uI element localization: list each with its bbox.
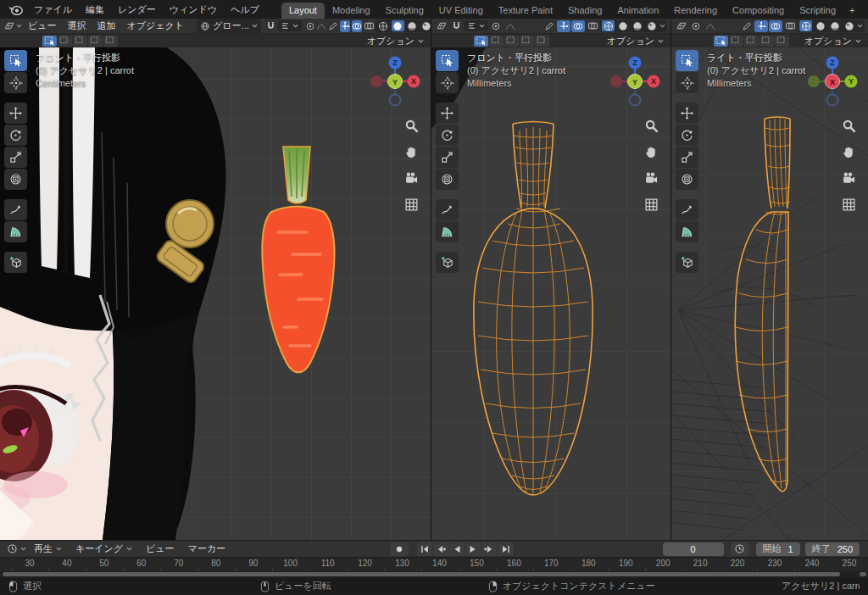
snap-magnet-icon[interactable]	[449, 20, 463, 32]
tool-scale[interactable]	[4, 147, 27, 168]
proportional-falloff-icon[interactable]	[316, 20, 326, 32]
tab-sculpting[interactable]: Sculpting	[378, 3, 431, 19]
frame-end-field[interactable]: 終了 250	[805, 542, 860, 556]
annotate-dropdown-icon[interactable]	[328, 20, 338, 32]
scrollbar-nub[interactable]	[860, 572, 866, 576]
tool-rotate[interactable]	[4, 125, 27, 146]
tool-cursor[interactable]	[4, 72, 27, 93]
tool-move[interactable]	[676, 103, 698, 124]
camera-view-icon[interactable]	[840, 170, 857, 186]
timeline-menu-view[interactable]: ビュー	[140, 542, 181, 556]
tool-annotate[interactable]	[436, 199, 459, 220]
use-preview-range-button[interactable]	[731, 542, 749, 556]
tab-layout[interactable]: Layout	[281, 3, 325, 19]
tool-add-cube[interactable]	[4, 252, 27, 273]
carrot-object-solid[interactable]	[262, 147, 334, 372]
xray-toggle[interactable]	[783, 20, 797, 32]
tool-scale[interactable]	[676, 147, 698, 168]
editor-type-icon[interactable]	[675, 20, 688, 32]
scrollbar-thumb[interactable]	[3, 572, 840, 576]
tab-texture-paint[interactable]: Texture Paint	[491, 3, 560, 19]
camera-view-icon[interactable]	[403, 170, 420, 186]
show-overlays-toggle[interactable]	[769, 20, 782, 32]
tab-scripting[interactable]: Scripting	[792, 3, 843, 19]
proportional-editing-icon[interactable]	[305, 20, 315, 32]
timeline-menu-keying[interactable]: キーイング	[70, 542, 138, 556]
snap-target-dropdown[interactable]	[277, 20, 302, 31]
select-mode-invert[interactable]	[760, 36, 774, 47]
tool-move[interactable]	[4, 103, 27, 124]
tool-rotate[interactable]	[436, 125, 459, 146]
tab-modeling[interactable]: Modeling	[325, 3, 378, 19]
add-workspace-button[interactable]: +	[843, 3, 860, 19]
viewport-1-canvas[interactable]: フロント・平行投影 (0) アクセサリ2 | carrot Centimeter…	[0, 47, 431, 540]
menu-help[interactable]: ヘルプ	[224, 2, 266, 18]
proportional-editing-icon[interactable]	[689, 20, 703, 32]
select-mode-set[interactable]	[42, 36, 57, 47]
select-mode-invert[interactable]	[520, 36, 534, 47]
ortho-toggle-icon[interactable]	[403, 196, 420, 213]
select-mode-subtract[interactable]	[73, 36, 87, 47]
tool-annotate[interactable]	[4, 199, 27, 220]
timeline-editor-type-icon[interactable]	[5, 543, 19, 555]
transform-orientation-dropdown[interactable]: グロー...	[197, 19, 261, 33]
select-mode-extend[interactable]	[729, 36, 743, 47]
timeline-ruler[interactable]: 3040506070809010011012013014015016017018…	[0, 557, 868, 571]
prev-keyframe-button[interactable]	[433, 542, 449, 556]
show-overlays-toggle[interactable]	[352, 20, 362, 32]
play-button[interactable]	[465, 542, 481, 556]
tool-cursor[interactable]	[676, 72, 698, 93]
menu-window[interactable]: ウィンドウ	[163, 2, 224, 18]
next-keyframe-button[interactable]	[481, 542, 498, 556]
timeline-menu-marker[interactable]: マーカー	[182, 542, 232, 556]
shading-wireframe-button[interactable]	[377, 20, 390, 31]
show-overlays-toggle[interactable]	[571, 20, 585, 32]
blender-logo-icon[interactable]	[8, 3, 24, 16]
frame-start-field[interactable]: 開始 1	[756, 542, 800, 556]
auto-keying-record-button[interactable]	[390, 542, 409, 556]
xray-toggle[interactable]	[364, 20, 375, 32]
vp-menu-select[interactable]: 選択	[63, 19, 92, 33]
tab-shading[interactable]: Shading	[560, 3, 609, 19]
navigation-gizmo[interactable]: Z Y X	[805, 54, 860, 108]
show-gizmos-toggle[interactable]	[557, 20, 570, 32]
shading-material-button[interactable]	[828, 20, 841, 31]
current-frame-field[interactable]: 0	[663, 542, 724, 556]
viewport-3-canvas[interactable]: ライト・平行投影 (0) アクセサリ2 | carrot Millimeters…	[671, 47, 868, 540]
tool-cursor[interactable]	[436, 72, 459, 93]
tab-animation[interactable]: Animation	[609, 3, 666, 19]
navigation-gizmo[interactable]: Z X Y	[368, 54, 422, 108]
tool-select-box[interactable]	[676, 50, 698, 71]
annotate-dropdown-icon[interactable]	[542, 20, 556, 32]
tool-transform[interactable]	[676, 169, 698, 190]
jump-to-start-button[interactable]	[417, 542, 433, 556]
shading-rendered-button[interactable]	[843, 20, 855, 31]
shading-solid-button[interactable]	[616, 20, 629, 31]
tool-measure[interactable]	[4, 221, 27, 242]
tool-options-dropdown[interactable]: オプション	[367, 35, 426, 47]
menu-render[interactable]: レンダー	[111, 2, 163, 18]
vp-menu-add[interactable]: 追加	[92, 19, 121, 33]
show-gizmos-toggle[interactable]	[340, 20, 350, 32]
timeline-menu-playback[interactable]: 再生	[28, 542, 68, 556]
tool-add-cube[interactable]	[436, 252, 459, 273]
carrot-object-wireframe-front[interactable]	[474, 122, 593, 496]
tool-rotate[interactable]	[676, 125, 698, 146]
show-gizmos-toggle[interactable]	[754, 20, 768, 32]
tool-options-dropdown[interactable]: オプション	[607, 35, 665, 47]
tool-add-cube[interactable]	[676, 252, 698, 273]
tab-compositing[interactable]: Compositing	[725, 3, 792, 19]
select-mode-set[interactable]	[714, 36, 728, 47]
shading-material-button[interactable]	[406, 20, 419, 31]
tool-select-box[interactable]	[436, 50, 459, 71]
zoom-view-icon[interactable]	[840, 117, 857, 134]
select-mode-invert[interactable]	[88, 36, 103, 47]
tool-scale[interactable]	[436, 147, 459, 168]
tool-transform[interactable]	[4, 169, 27, 190]
snap-target-dropdown[interactable]	[464, 20, 488, 31]
select-mode-subtract[interactable]	[744, 36, 759, 47]
xray-toggle[interactable]	[586, 20, 599, 32]
select-mode-intersect[interactable]	[775, 36, 789, 47]
select-mode-extend[interactable]	[58, 36, 72, 47]
select-mode-intersect[interactable]	[103, 36, 118, 47]
